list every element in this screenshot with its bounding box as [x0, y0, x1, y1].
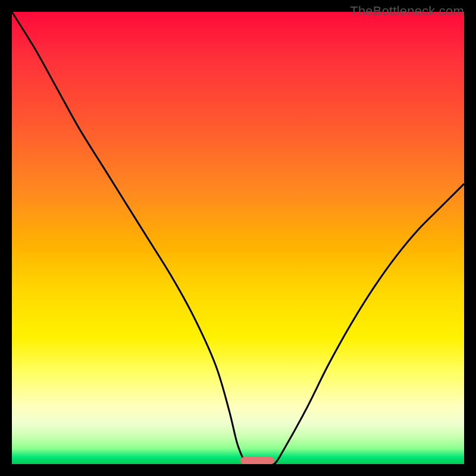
watermark-text: TheBottleneck.com [350, 4, 464, 19]
optimal-range-marker [240, 457, 274, 464]
chart-frame: TheBottleneck.com [0, 0, 476, 476]
bottleneck-curve-path [12, 12, 464, 464]
chart-plot-area [12, 12, 464, 464]
bottleneck-curve [12, 12, 464, 464]
